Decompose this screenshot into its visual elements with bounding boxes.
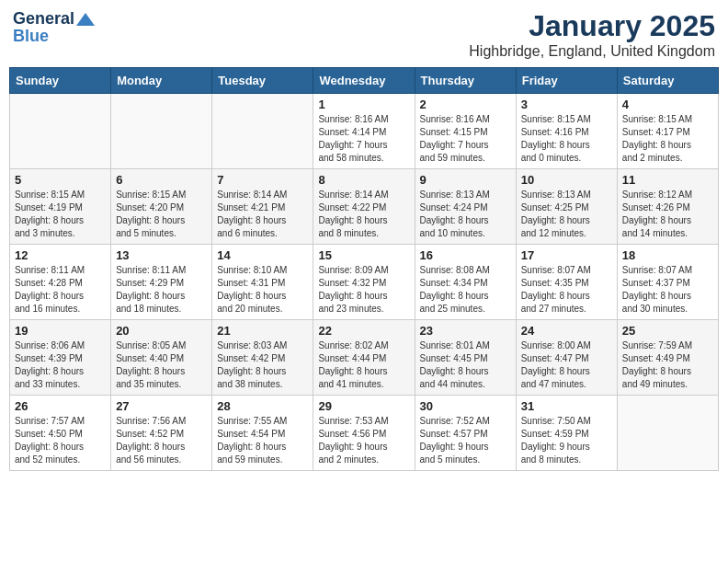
day-number: 18 bbox=[622, 248, 713, 262]
calendar-week-4: 19Sunrise: 8:06 AM Sunset: 4:39 PM Dayli… bbox=[10, 320, 719, 396]
calendar-cell bbox=[10, 94, 111, 169]
calendar-cell: 5Sunrise: 8:15 AM Sunset: 4:19 PM Daylig… bbox=[10, 169, 111, 245]
calendar-cell: 16Sunrise: 8:08 AM Sunset: 4:34 PM Dayli… bbox=[415, 245, 516, 320]
page-header: General Blue January 2025 Highbridge, En… bbox=[9, 9, 719, 60]
weekday-header-thursday: Thursday bbox=[415, 68, 516, 94]
calendar-cell: 7Sunrise: 8:14 AM Sunset: 4:21 PM Daylig… bbox=[212, 169, 313, 245]
calendar-cell: 1Sunrise: 8:16 AM Sunset: 4:14 PM Daylig… bbox=[313, 94, 415, 169]
logo-blue-text: Blue bbox=[13, 27, 49, 46]
calendar-cell: 23Sunrise: 8:01 AM Sunset: 4:45 PM Dayli… bbox=[415, 320, 516, 396]
calendar-cell: 29Sunrise: 7:53 AM Sunset: 4:56 PM Dayli… bbox=[313, 396, 415, 471]
calendar-header-row: SundayMondayTuesdayWednesdayThursdayFrid… bbox=[10, 68, 719, 94]
calendar-table: SundayMondayTuesdayWednesdayThursdayFrid… bbox=[9, 67, 719, 471]
day-info: Sunrise: 8:15 AM Sunset: 4:17 PM Dayligh… bbox=[622, 113, 713, 165]
day-number: 2 bbox=[420, 98, 511, 111]
day-number: 24 bbox=[521, 324, 612, 338]
day-info: Sunrise: 7:50 AM Sunset: 4:59 PM Dayligh… bbox=[521, 415, 612, 466]
day-number: 1 bbox=[318, 98, 409, 111]
day-number: 4 bbox=[622, 98, 713, 111]
day-info: Sunrise: 8:15 AM Sunset: 4:19 PM Dayligh… bbox=[15, 189, 106, 240]
day-info: Sunrise: 8:16 AM Sunset: 4:14 PM Dayligh… bbox=[318, 113, 409, 165]
day-number: 27 bbox=[116, 399, 207, 413]
calendar-cell: 25Sunrise: 7:59 AM Sunset: 4:49 PM Dayli… bbox=[617, 320, 718, 396]
day-info: Sunrise: 7:59 AM Sunset: 4:49 PM Dayligh… bbox=[622, 339, 713, 391]
day-info: Sunrise: 8:13 AM Sunset: 4:24 PM Dayligh… bbox=[420, 189, 511, 240]
weekday-header-tuesday: Tuesday bbox=[212, 68, 313, 94]
calendar-week-5: 26Sunrise: 7:57 AM Sunset: 4:50 PM Dayli… bbox=[10, 396, 719, 471]
calendar-cell: 10Sunrise: 8:13 AM Sunset: 4:25 PM Dayli… bbox=[516, 169, 617, 245]
calendar-cell: 12Sunrise: 8:11 AM Sunset: 4:28 PM Dayli… bbox=[10, 245, 111, 320]
calendar-cell: 28Sunrise: 7:55 AM Sunset: 4:54 PM Dayli… bbox=[212, 396, 313, 471]
calendar-cell: 9Sunrise: 8:13 AM Sunset: 4:24 PM Daylig… bbox=[415, 169, 516, 245]
day-number: 6 bbox=[116, 173, 207, 187]
day-info: Sunrise: 8:13 AM Sunset: 4:25 PM Dayligh… bbox=[521, 189, 612, 240]
day-number: 16 bbox=[420, 248, 511, 262]
calendar-cell: 15Sunrise: 8:09 AM Sunset: 4:32 PM Dayli… bbox=[313, 245, 415, 320]
calendar-cell: 24Sunrise: 8:00 AM Sunset: 4:47 PM Dayli… bbox=[516, 320, 617, 396]
day-number: 29 bbox=[318, 399, 409, 413]
day-info: Sunrise: 8:06 AM Sunset: 4:39 PM Dayligh… bbox=[15, 339, 106, 391]
day-number: 30 bbox=[420, 399, 511, 413]
day-number: 10 bbox=[521, 173, 612, 187]
day-number: 26 bbox=[15, 399, 106, 413]
svg-marker-0 bbox=[76, 13, 95, 26]
day-number: 17 bbox=[521, 248, 612, 262]
day-info: Sunrise: 7:57 AM Sunset: 4:50 PM Dayligh… bbox=[15, 415, 106, 466]
day-info: Sunrise: 8:10 AM Sunset: 4:31 PM Dayligh… bbox=[217, 264, 308, 316]
calendar-cell: 18Sunrise: 8:07 AM Sunset: 4:37 PM Dayli… bbox=[617, 245, 718, 320]
calendar-cell: 20Sunrise: 8:05 AM Sunset: 4:40 PM Dayli… bbox=[111, 320, 212, 396]
calendar-cell: 3Sunrise: 8:15 AM Sunset: 4:16 PM Daylig… bbox=[516, 94, 617, 169]
day-info: Sunrise: 8:07 AM Sunset: 4:37 PM Dayligh… bbox=[622, 264, 713, 316]
day-info: Sunrise: 8:16 AM Sunset: 4:15 PM Dayligh… bbox=[420, 113, 511, 165]
day-number: 23 bbox=[420, 324, 511, 338]
calendar-cell: 17Sunrise: 8:07 AM Sunset: 4:35 PM Dayli… bbox=[516, 245, 617, 320]
day-info: Sunrise: 8:12 AM Sunset: 4:26 PM Dayligh… bbox=[622, 189, 713, 240]
calendar-cell bbox=[212, 94, 313, 169]
day-number: 28 bbox=[217, 399, 308, 413]
calendar-cell: 22Sunrise: 8:02 AM Sunset: 4:44 PM Dayli… bbox=[313, 320, 415, 396]
calendar-cell: 27Sunrise: 7:56 AM Sunset: 4:52 PM Dayli… bbox=[111, 396, 212, 471]
day-info: Sunrise: 8:11 AM Sunset: 4:29 PM Dayligh… bbox=[116, 264, 207, 316]
day-info: Sunrise: 7:53 AM Sunset: 4:56 PM Dayligh… bbox=[318, 415, 409, 466]
day-number: 5 bbox=[15, 173, 106, 187]
day-number: 20 bbox=[116, 324, 207, 338]
day-info: Sunrise: 8:03 AM Sunset: 4:42 PM Dayligh… bbox=[217, 339, 308, 391]
weekday-header-sunday: Sunday bbox=[10, 68, 111, 94]
calendar-cell: 13Sunrise: 8:11 AM Sunset: 4:29 PM Dayli… bbox=[111, 245, 212, 320]
weekday-header-wednesday: Wednesday bbox=[313, 68, 415, 94]
calendar-cell: 8Sunrise: 8:14 AM Sunset: 4:22 PM Daylig… bbox=[313, 169, 415, 245]
calendar-cell: 11Sunrise: 8:12 AM Sunset: 4:26 PM Dayli… bbox=[617, 169, 718, 245]
day-info: Sunrise: 8:07 AM Sunset: 4:35 PM Dayligh… bbox=[521, 264, 612, 316]
day-number: 7 bbox=[217, 173, 308, 187]
day-number: 12 bbox=[15, 248, 106, 262]
day-info: Sunrise: 7:56 AM Sunset: 4:52 PM Dayligh… bbox=[116, 415, 207, 466]
day-info: Sunrise: 8:09 AM Sunset: 4:32 PM Dayligh… bbox=[318, 264, 409, 316]
calendar-cell: 6Sunrise: 8:15 AM Sunset: 4:20 PM Daylig… bbox=[111, 169, 212, 245]
calendar-cell: 31Sunrise: 7:50 AM Sunset: 4:59 PM Dayli… bbox=[516, 396, 617, 471]
day-info: Sunrise: 8:08 AM Sunset: 4:34 PM Dayligh… bbox=[420, 264, 511, 316]
day-number: 31 bbox=[521, 399, 612, 413]
calendar-cell: 4Sunrise: 8:15 AM Sunset: 4:17 PM Daylig… bbox=[617, 94, 718, 169]
day-number: 9 bbox=[420, 173, 511, 187]
day-number: 13 bbox=[116, 248, 207, 262]
day-number: 15 bbox=[318, 248, 409, 262]
day-info: Sunrise: 8:00 AM Sunset: 4:47 PM Dayligh… bbox=[521, 339, 612, 391]
weekday-header-friday: Friday bbox=[516, 68, 617, 94]
weekday-header-saturday: Saturday bbox=[617, 68, 718, 94]
day-number: 22 bbox=[318, 324, 409, 338]
day-number: 25 bbox=[622, 324, 713, 338]
calendar-week-1: 1Sunrise: 8:16 AM Sunset: 4:14 PM Daylig… bbox=[10, 94, 719, 169]
day-number: 19 bbox=[15, 324, 106, 338]
day-info: Sunrise: 8:01 AM Sunset: 4:45 PM Dayligh… bbox=[420, 339, 511, 391]
weekday-header-monday: Monday bbox=[111, 68, 212, 94]
calendar-cell bbox=[111, 94, 212, 169]
day-number: 11 bbox=[622, 173, 713, 187]
logo: General Blue bbox=[13, 9, 95, 46]
title-area: January 2025 Highbridge, England, United… bbox=[469, 9, 715, 60]
day-info: Sunrise: 8:14 AM Sunset: 4:22 PM Dayligh… bbox=[318, 189, 409, 240]
day-number: 3 bbox=[521, 98, 612, 111]
calendar-cell bbox=[617, 396, 718, 471]
day-info: Sunrise: 7:52 AM Sunset: 4:57 PM Dayligh… bbox=[420, 415, 511, 466]
day-info: Sunrise: 8:02 AM Sunset: 4:44 PM Dayligh… bbox=[318, 339, 409, 391]
day-number: 14 bbox=[217, 248, 308, 262]
